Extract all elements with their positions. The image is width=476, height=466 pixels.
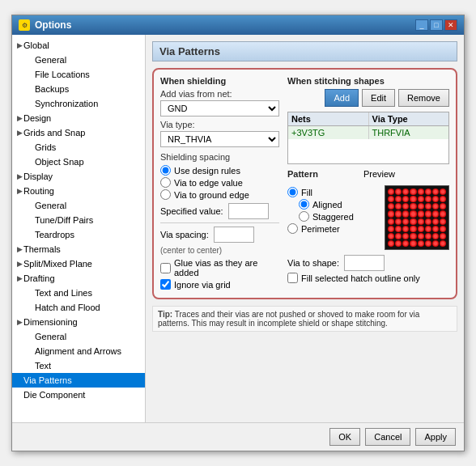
sidebar-item-backups[interactable]: Backups [12, 82, 145, 96]
ignore-checkbox-row[interactable]: Ignore via grid [160, 279, 279, 290]
tip-label: Tip: [158, 310, 172, 319]
sidebar-item-teardrops[interactable]: Teardrops [12, 227, 145, 242]
via-shape-input[interactable]: 0.15 [344, 255, 385, 271]
radio-group-shielding: Use design rules Via to edge value Via t… [160, 165, 279, 200]
via-shape-label: Via to shape: [287, 258, 339, 268]
via-type-label: Via type: [160, 120, 279, 129]
via-spacing-row: Via spacing: 2.54 [160, 227, 279, 243]
sidebar-item-tune-diff[interactable]: Tune/Diff Pairs [12, 213, 145, 227]
via-spacing-label: Via spacing: [160, 230, 209, 239]
pattern-section: Pattern Preview Fill [287, 169, 449, 283]
sidebar-item-die-component[interactable]: Die Component [12, 388, 145, 402]
glue-label: Glue vias as they are added [174, 258, 279, 277]
preview-dots [385, 186, 448, 249]
apply-button[interactable]: Apply [415, 428, 456, 446]
minimize-button[interactable]: _ [415, 19, 428, 31]
ignore-checkbox[interactable] [160, 279, 171, 290]
maximize-button[interactable]: □ [430, 19, 443, 31]
expand-icon [15, 245, 23, 253]
pattern-preview-row: Fill Aligned Staggered [287, 185, 449, 250]
sidebar-item-object-snap[interactable]: Object Snap [12, 155, 145, 169]
nets-col-header: Nets [288, 112, 369, 125]
sidebar-item-file-locations[interactable]: File Locations [12, 67, 145, 82]
fill-hatch-checkbox[interactable] [287, 273, 298, 283]
edit-button[interactable]: Edit [362, 89, 395, 107]
shielding-spacing-label: Shielding spacing [160, 152, 279, 162]
aligned-radio[interactable]: Aligned [299, 199, 378, 210]
glue-checkbox[interactable] [160, 263, 171, 273]
expand-icon [15, 260, 23, 268]
right-column: When stitching shapes Add Edit Remove Ne… [287, 76, 449, 291]
staggered-radio[interactable]: Staggered [299, 211, 378, 222]
window-title: Options [35, 19, 71, 31]
via-spacing-input[interactable]: 2.54 [214, 227, 254, 243]
sidebar-item-via-patterns[interactable]: Via Patterns [12, 373, 145, 388]
via-shape-row: Via to shape: 0.15 [287, 255, 449, 271]
sidebar-item-dimensioning[interactable]: Dimensioning [12, 315, 145, 329]
glue-checkbox-row[interactable]: Glue vias as they are added [160, 258, 279, 277]
sidebar-item-grids-snap[interactable]: Grids and Snap [12, 125, 145, 140]
via-type-row: Via type: NR_THVIA [160, 120, 279, 147]
add-vias-select[interactable]: GND [160, 100, 279, 116]
when-stitching-label: When stitching shapes [287, 76, 449, 86]
expand-icon [15, 274, 23, 282]
expand-icon [15, 41, 23, 49]
sidebar-item-hatch-flood[interactable]: Hatch and Flood [12, 300, 145, 315]
sidebar-item-thermals[interactable]: Thermals [12, 242, 145, 256]
sidebar-item-design[interactable]: Design [12, 111, 145, 125]
expand-icon [15, 114, 23, 122]
close-button[interactable]: ✕ [444, 19, 457, 31]
preview-label: Preview [363, 169, 395, 182]
stitch-btn-row: Add Edit Remove [287, 89, 449, 107]
sidebar-item-grids[interactable]: Grids [12, 140, 145, 155]
sidebar-item-dim-general[interactable]: General [12, 329, 145, 344]
specified-row: Specified value: 2.54 [160, 203, 279, 219]
sidebar-item-routing[interactable]: Routing [12, 184, 145, 198]
when-shielding-label: When shielding [160, 76, 279, 86]
add-button[interactable]: Add [325, 89, 359, 107]
pattern-options: Fill Aligned Staggered [287, 185, 378, 250]
fill-radio[interactable]: Fill [287, 187, 378, 197]
main-panel: Via Patterns When shielding Add vias fro… [146, 35, 464, 422]
sidebar-item-routing-general[interactable]: General [12, 198, 145, 213]
specified-input[interactable]: 2.54 [228, 203, 269, 219]
nets-table-row[interactable]: +3V3TG THRFVIA [288, 126, 448, 139]
cancel-button[interactable]: Cancel [365, 428, 410, 446]
sidebar-item-display[interactable]: Display [12, 169, 145, 184]
preview-box [385, 185, 449, 250]
remove-button[interactable]: Remove [398, 89, 449, 107]
left-column: When shielding Add vias from net: GND Vi… [160, 76, 279, 291]
radio-design-rules[interactable]: Use design rules [160, 165, 279, 176]
add-vias-row: Add vias from net: GND [160, 89, 279, 116]
via-type-net-value: THRFVIA [369, 126, 449, 139]
center-label: (center to center) [160, 246, 279, 255]
ok-button[interactable]: OK [329, 428, 360, 446]
nets-table: Nets Via Type +3V3TG THRFVIA [287, 112, 449, 164]
add-vias-label: Add vias from net: [160, 89, 279, 99]
bottom-bar: OK Cancel Apply [12, 422, 464, 451]
perimeter-radio[interactable]: Perimeter [287, 223, 378, 234]
title-bar: ⚙ Options _ □ ✕ [12, 15, 464, 35]
radio-ground-edge[interactable]: Via to ground edge [160, 189, 279, 200]
sidebar-item-text-lines[interactable]: Text and Lines [12, 286, 145, 300]
radio-edge-value[interactable]: Via to edge value [160, 177, 279, 188]
sidebar-item-general[interactable]: General [12, 53, 145, 67]
specified-label: Specified value: [160, 206, 223, 216]
window-icon: ⚙ [19, 19, 30, 31]
via-type-select[interactable]: NR_THVIA [160, 131, 279, 147]
sidebar-item-synchronization[interactable]: Synchronization [12, 96, 145, 111]
sidebar-item-split-mixed[interactable]: Split/Mixed Plane [12, 256, 145, 271]
content-area: Global General File Locations Backups [12, 35, 464, 422]
sidebar-item-dim-text[interactable]: Text [12, 358, 145, 373]
panel-body: When shielding Add vias from net: GND Vi… [152, 68, 457, 299]
fill-hatch-row[interactable]: Fill selected hatch outline only [287, 273, 449, 283]
expand-icon [15, 172, 23, 180]
sidebar-item-drafting[interactable]: Drafting [12, 271, 145, 286]
expand-icon [15, 129, 23, 137]
sidebar-item-global[interactable]: Global [12, 38, 145, 53]
expand-icon [15, 187, 23, 195]
tip-section: Tip: Traces and their vias are not pushe… [152, 306, 457, 332]
sidebar-item-align-arrows[interactable]: Alignment and Arrows [12, 344, 145, 358]
options-window: ⚙ Options _ □ ✕ Global General [11, 15, 465, 451]
expand-icon [15, 318, 23, 326]
